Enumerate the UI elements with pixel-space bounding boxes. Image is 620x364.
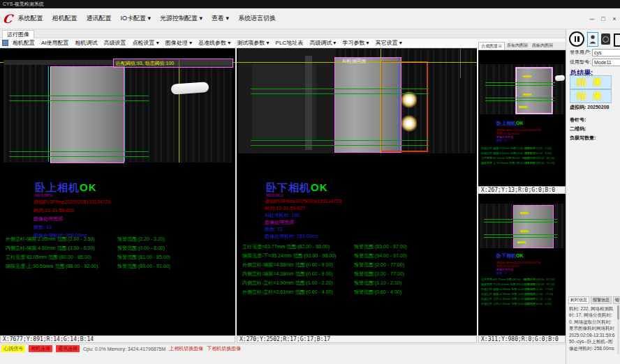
mini-upper-view[interactable]: 卧上相机OK 虚拟码:0Ffline20250208133134728 时间:1…: [478, 50, 566, 186]
measure-line: [9, 100, 149, 101]
measurement-warn: 预警范围:(89.00 - 91.00): [117, 263, 170, 270]
measurement-row: 内侧立柱-立柱=1.90mm 范围:(1.00 - 2.20) 预警范围:(1.…: [242, 280, 467, 287]
upper-coords-bar: X:7677;Y:891;R:14;G:14;B:14: [0, 335, 235, 343]
menu-language-switch[interactable]: 系统语言切换: [238, 14, 276, 23]
mini-camera-title: 卧下相机OK: [496, 252, 524, 259]
menu-comm-config[interactable]: 通讯配置: [87, 14, 112, 23]
exit-button[interactable]: [613, 33, 620, 46]
measure-line: [251, 93, 429, 94]
menu-view[interactable]: 查看 ▾: [212, 14, 229, 23]
log-text: 耗时: 222, 网络检测耗时: 17, 网络分类耗时: 0, 网络提取分区耗时…: [569, 305, 615, 356]
result-box-lower: 结 果: [570, 89, 612, 103]
tab-composite-view[interactable]: 合成图显示: [478, 42, 505, 50]
maximize-button[interactable]: □: [598, 15, 609, 22]
menu-system-config[interactable]: 系统配置: [18, 14, 43, 23]
measure-line: [9, 156, 149, 157]
mini-lower-view[interactable]: 卧下相机OK 虚拟码:0Ffline20250208133134728 时间:1…: [478, 194, 566, 335]
tool-advanced-settings[interactable]: 高级设置: [104, 39, 126, 47]
login-input[interactable]: cys: [592, 49, 620, 56]
roi-threshold-label: 匹配阈值:93, 动态阈值:100: [116, 61, 174, 66]
measurement-row: 隔膜宽度-上:90.56mm 范围:(88.00 - 92.00) 预警范围:(…: [481, 161, 563, 165]
tab-alarm-info[interactable]: 报警信息: [591, 296, 612, 304]
log-tabs: 耗时信息 报警信息 错误信息: [568, 296, 620, 304]
callout-mark: [519, 106, 527, 108]
tab-panel-layers[interactable]: 面板内图层: [530, 42, 555, 50]
measurement-warn: 预警范围:(81.00 - 85.00): [524, 156, 554, 160]
tab-all-layers[interactable]: 所有内图层: [505, 42, 530, 50]
measure-line: [251, 89, 429, 89]
menu-light-config[interactable]: 光源控制配置 ▾: [160, 14, 202, 23]
upper-camera-view[interactable]: 匹配阈值:93, 动态阈值:100 卧上相机OK NG:0;OK:0 虚拟码:0…: [0, 48, 235, 336]
tool-advanced-debug[interactable]: 高级调试 ▾: [309, 39, 336, 47]
callout-mark: [520, 212, 529, 214]
measurement-value: 立柱宽度=83.77mm 范围:(82.00 - 88.00): [481, 278, 531, 281]
measurement-value: 外侧立柱-隔膜=4.38mm 范围:(0.00 - 9.00): [242, 262, 333, 267]
toolbar-grid-icon: [2, 40, 8, 46]
measurement-warn: 预警范围:(2.20 - 3.20): [524, 146, 552, 150]
tool-ai-config[interactable]: AI使用配置: [41, 39, 69, 47]
upper-camera-switch-link[interactable]: 上相机切换图像: [169, 345, 203, 352]
scroll-thumb: [617, 305, 619, 319]
tool-other-settings[interactable]: 其它设置 ▾: [376, 39, 402, 47]
measurement-warn: 预警范围:(0.60 - 4.00): [354, 289, 401, 296]
result-box-upper: 结 果: [570, 75, 612, 89]
measurement-warn: 预警范围:(94.00 - 97.00): [354, 252, 407, 259]
measurement-value: 外侧立柱-立柱=2.61mm 范围:(0.60 - 4.00): [242, 289, 333, 294]
tool-baseline-params[interactable]: 基准线参数 ▾: [198, 39, 230, 47]
tool-camera-debug[interactable]: 相机调试: [75, 39, 98, 47]
measure-line: [484, 237, 557, 238]
measurement-row: 立柱宽度=83.77mm 范围:(82.00 - 88.00) 预警范围:(83…: [242, 243, 467, 250]
time-text: 时间:13-31-59-627: [265, 205, 305, 212]
trigger-line: [179, 60, 179, 162]
device-button[interactable]: [601, 33, 610, 45]
right-view-tabs: 合成图显示 所有内图层 面板内图层: [478, 42, 566, 50]
log-scrollbar[interactable]: [617, 305, 619, 354]
close-button[interactable]: ×: [609, 15, 620, 22]
sidebar: 登录用户: cys 使用型号: Mode11 总结果: 结 果 结 果 虚拟码:…: [566, 29, 620, 364]
trigger-line: [381, 49, 381, 153]
callout-mark: [523, 93, 531, 96]
measurement-row: 隔膜宽度-下=95.24mm 范围:(93.00 - 98.00) 预警范围:(…: [242, 252, 467, 259]
measurement-warn: 预警范围:(83.00 - 87.00): [524, 278, 554, 281]
virtual-code-row: 虚拟码: 20250208: [570, 104, 609, 111]
measurement-warn: 预警范围:(2.00 - 77.00): [524, 292, 553, 296]
measurement-warn: 预警范围:(89.00 - 91.00): [524, 161, 554, 165]
needle-row: 卷针号:: [570, 116, 586, 123]
model-label: 使用型号:: [570, 59, 591, 64]
qrcode-row: 二维码:: [570, 126, 586, 132]
measurement-row: 内侧立柱-隔膜=4.38mm 范围:(0.00 - 9.00) 预警范围:(2.…: [242, 271, 467, 278]
tab-timing-info[interactable]: 耗时信息: [568, 296, 589, 304]
measurement-value: 隔膜宽度-上:90.56mm 范围:(88.00 - 92.00): [6, 264, 98, 268]
measure-line: [251, 140, 429, 141]
app-logo-icon: C: [2, 12, 13, 26]
status-bar: 心跳信号 相机连接 通讯连接 Cpu: 0.0% Memory: 3424.41…: [0, 344, 566, 353]
turns-text: 圈数: 13: [265, 226, 283, 233]
measure-line: [484, 219, 557, 220]
measurement-warn: 预警范围:(0.00 - 8.00): [117, 245, 165, 252]
sidebar-buttons: [569, 31, 620, 47]
model-input[interactable]: Mode11: [592, 59, 620, 66]
tool-test-params[interactable]: 测试项参数 ▾: [237, 39, 269, 47]
cpu-memory-text: Cpu: 0.0% Memory: 3424.41796875M: [83, 347, 165, 351]
barcode-text: 虚拟码:0Ffline20250208133134728: [265, 198, 341, 205]
measurement-row: 隔膜宽度-下=95.24mm 范围:(93.00 - 98.00) 预警范围:(…: [481, 282, 563, 286]
lower-camera-switch-link[interactable]: 下相机切换图像: [207, 345, 241, 352]
tool-spot-check[interactable]: 点检设置 ▾: [133, 39, 159, 47]
menu-io-config[interactable]: IO卡配置 ▾: [121, 14, 152, 23]
tool-camera-config[interactable]: 相机配置: [13, 39, 35, 47]
minimize-button[interactable]: ─: [586, 15, 598, 22]
tool-learn-params[interactable]: 学习参数 ▾: [342, 39, 369, 47]
pause-button[interactable]: [569, 31, 584, 47]
tool-image-process[interactable]: 图像处理 ▾: [165, 39, 192, 47]
turns-text: 圈数: 13: [496, 271, 507, 275]
title-bar: CYS-视觉检测系统: [0, 0, 620, 8]
measurement-warn: 预警范围:(2.20 - 3.20): [117, 236, 165, 243]
menu-camera-config[interactable]: 相机配置: [52, 14, 78, 23]
lens-icon: [603, 36, 609, 43]
tool-plc-address[interactable]: PLC地址表: [276, 39, 304, 47]
lower-camera-view[interactable]: AI检测画面 卧下相机OK NG:0;OK:0 虚拟码:0Ffline20250…: [237, 48, 477, 336]
tab-error-info[interactable]: 错误信息: [613, 296, 620, 304]
mini-lower-image: [480, 204, 564, 248]
mini-lower-coords-bar: X:311;Y:980;R:0;G:0;B:0: [478, 335, 566, 343]
login-user-button[interactable]: [587, 32, 598, 47]
